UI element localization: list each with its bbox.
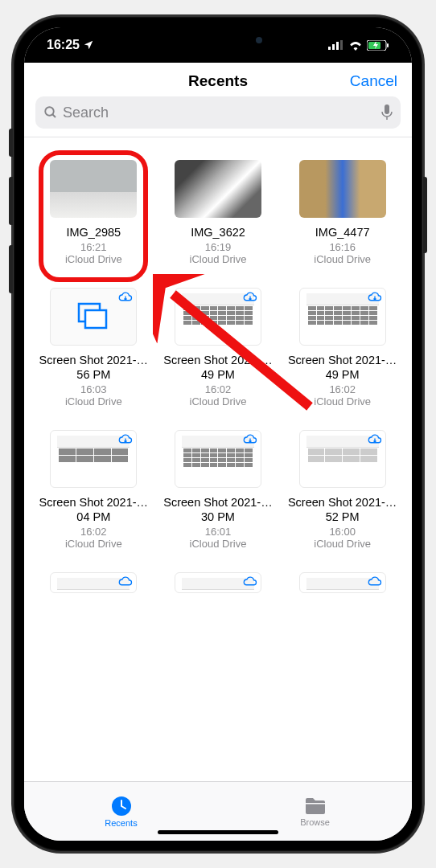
search-input[interactable] xyxy=(63,104,376,121)
file-thumbnail xyxy=(299,430,386,488)
screen: 16:25 Recents Cancel xyxy=(24,27,412,841)
file-thumbnail xyxy=(299,288,386,346)
file-thumbnail xyxy=(50,572,137,593)
file-thumbnail xyxy=(175,430,261,488)
file-time: 16:02 xyxy=(329,383,356,395)
file-grid-area: IMG_2985 16:21 iCloud Drive IMG_3622 16:… xyxy=(24,137,412,781)
file-item[interactable] xyxy=(284,572,401,601)
file-time: 16:02 xyxy=(205,383,232,395)
svg-line-8 xyxy=(52,114,56,117)
file-thumbnail xyxy=(50,430,137,488)
file-item[interactable]: Screen Shot 2021-…30 PM 16:01 iCloud Dri… xyxy=(160,430,277,550)
cancel-button[interactable]: Cancel xyxy=(350,72,397,90)
file-time: 16:01 xyxy=(205,526,232,538)
svg-rect-3 xyxy=(340,40,343,50)
file-time: 16:16 xyxy=(329,241,356,253)
file-name: IMG_2985 xyxy=(66,226,121,240)
file-item[interactable] xyxy=(35,572,152,601)
wifi-icon xyxy=(348,40,363,51)
file-item[interactable]: Screen Shot 2021-…49 PM 16:02 iCloud Dri… xyxy=(284,288,401,407)
file-item[interactable]: Screen Shot 2021-…56 PM 16:03 iCloud Dri… xyxy=(35,288,152,407)
file-thumbnail xyxy=(299,572,386,593)
home-indicator[interactable] xyxy=(158,830,278,834)
file-item[interactable]: Screen Shot 2021-…52 PM 16:00 iCloud Dri… xyxy=(284,430,401,550)
file-name: IMG_4477 xyxy=(315,226,370,240)
microphone-icon[interactable] xyxy=(381,104,393,121)
svg-rect-6 xyxy=(387,43,389,47)
cloud-download-icon xyxy=(368,292,382,303)
cloud-download-icon xyxy=(243,434,257,445)
file-location: iCloud Drive xyxy=(190,538,247,550)
file-thumbnail xyxy=(299,160,386,218)
file-location: iCloud Drive xyxy=(65,253,122,265)
clock-icon xyxy=(111,796,132,817)
file-item[interactable]: IMG_2985 16:21 iCloud Drive xyxy=(35,160,152,265)
file-time: 16:21 xyxy=(80,241,107,253)
file-time: 16:00 xyxy=(329,526,356,538)
file-location: iCloud Drive xyxy=(65,395,122,407)
search-bar[interactable] xyxy=(35,96,401,129)
search-icon xyxy=(43,105,58,120)
file-thumbnail xyxy=(50,288,137,346)
file-thumbnail xyxy=(50,160,137,218)
nav-bar: Recents Cancel xyxy=(24,63,412,96)
file-time: 16:19 xyxy=(205,241,232,253)
file-item[interactable]: IMG_4477 16:16 iCloud Drive xyxy=(284,160,401,265)
svg-rect-2 xyxy=(336,42,339,50)
cellular-signal-icon xyxy=(328,40,344,50)
file-name: Screen Shot 2021-…52 PM xyxy=(286,496,399,524)
file-item[interactable]: Screen Shot 2021-…49 PM 16:02 iCloud Dri… xyxy=(160,288,277,407)
hardware-buttons-left xyxy=(9,129,13,313)
svg-rect-9 xyxy=(385,104,389,114)
file-location: iCloud Drive xyxy=(314,395,371,407)
cloud-download-icon xyxy=(118,434,133,445)
hardware-button-power xyxy=(423,177,427,253)
file-location: iCloud Drive xyxy=(190,395,247,407)
file-item[interactable]: Screen Shot 2021-…04 PM 16:02 iCloud Dri… xyxy=(35,430,152,550)
file-name: Screen Shot 2021-…04 PM xyxy=(37,496,150,524)
file-location: iCloud Drive xyxy=(65,538,122,550)
cloud-download-icon xyxy=(118,576,133,588)
cloud-download-icon xyxy=(368,576,382,588)
cloud-download-icon xyxy=(118,292,133,303)
notch xyxy=(134,27,302,51)
cloud-download-icon xyxy=(368,434,382,445)
svg-rect-0 xyxy=(328,47,331,50)
file-location: iCloud Drive xyxy=(314,538,371,550)
status-time: 16:25 xyxy=(47,38,80,52)
file-thumbnail xyxy=(175,288,261,346)
cloud-download-icon xyxy=(243,292,257,303)
svg-point-7 xyxy=(45,107,54,116)
svg-rect-12 xyxy=(85,310,106,328)
file-name: Screen Shot 2021-…49 PM xyxy=(162,354,274,382)
file-location: iCloud Drive xyxy=(314,253,371,265)
location-arrow-icon xyxy=(83,39,94,51)
cloud-download-icon xyxy=(243,576,257,588)
file-item[interactable] xyxy=(160,572,277,601)
stack-icon xyxy=(76,301,111,333)
file-name: IMG_3622 xyxy=(191,226,245,240)
file-location: iCloud Drive xyxy=(190,253,247,265)
svg-rect-14 xyxy=(306,803,325,805)
file-time: 16:03 xyxy=(80,383,107,395)
file-item[interactable]: IMG_3622 16:19 iCloud Drive xyxy=(160,160,277,265)
file-name: Screen Shot 2021-…49 PM xyxy=(286,354,399,382)
file-time: 16:02 xyxy=(80,526,107,538)
file-thumbnail xyxy=(175,572,261,593)
svg-rect-1 xyxy=(332,44,335,50)
battery-icon xyxy=(367,40,389,51)
file-name: Screen Shot 2021-…56 PM xyxy=(37,354,150,382)
phone-frame: 16:25 Recents Cancel xyxy=(13,16,423,852)
tab-label: Recents xyxy=(105,818,137,828)
tab-label: Browse xyxy=(300,817,330,827)
file-thumbnail xyxy=(175,160,261,218)
file-name: Screen Shot 2021-…30 PM xyxy=(162,496,274,524)
folder-icon xyxy=(304,796,327,816)
